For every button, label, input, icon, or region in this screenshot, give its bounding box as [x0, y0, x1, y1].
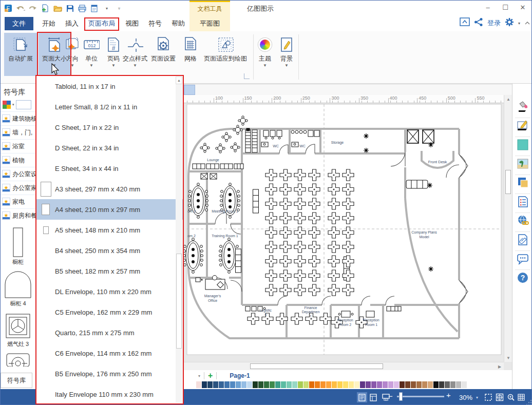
units-dropdown-arrow[interactable]: ▼	[81, 63, 102, 68]
floor-plan-drawing[interactable]: Lounge WC WC Storage Front Desk om 2 Mee…	[184, 103, 504, 362]
comment-icon[interactable]	[517, 253, 529, 265]
color-swatch[interactable]	[445, 381, 450, 388]
color-swatch[interactable]	[360, 381, 365, 388]
color-swatch[interactable]	[354, 381, 359, 388]
page-size-option[interactable]: DL Envelope, 110 mm x 220 mm	[36, 281, 183, 302]
color-swatch[interactable]	[462, 381, 467, 388]
document-tab-fragment[interactable]	[184, 85, 195, 95]
scroll-right-arrow[interactable]: ▶	[496, 362, 504, 371]
color-swatch[interactable]	[422, 381, 427, 388]
color-swatch[interactable]	[439, 381, 444, 388]
color-swatch[interactable]	[371, 381, 376, 388]
page-size-option[interactable]: B4 sheet, 250 mm x 354 mm	[36, 240, 183, 261]
intersection-style-button[interactable]: 交点样式 ▼	[122, 33, 148, 76]
theme-dropdown-arrow[interactable]: ▼	[255, 63, 275, 68]
shape-item-cabinet[interactable]: 橱柜	[1, 226, 35, 266]
minimize-button[interactable]: –	[479, 1, 497, 14]
hyperlink-icon[interactable]	[517, 215, 529, 227]
tab-view[interactable]: 视图	[122, 16, 142, 31]
color-swatch[interactable]	[326, 381, 331, 388]
library-dropdown-arrow-icon[interactable]: ▾	[12, 103, 14, 107]
shape-item-partial[interactable]	[1, 352, 35, 367]
share-icon[interactable]	[474, 17, 483, 29]
color-swatch[interactable]	[213, 381, 218, 388]
page-number-button[interactable]: # 页码 ▼	[103, 33, 124, 76]
color-swatch[interactable]	[315, 381, 320, 388]
tab-help[interactable]: 帮助	[168, 16, 188, 31]
pencil-icon[interactable]	[517, 120, 529, 132]
print-icon[interactable]	[78, 4, 87, 13]
color-swatch[interactable]	[388, 381, 393, 388]
scroll-up-arrow[interactable]: ▲	[504, 95, 512, 103]
library-cube-icon[interactable]	[3, 101, 11, 109]
page-size-option[interactable]: C5 Envelope, 162 mm x 229 mm	[36, 302, 183, 322]
settings-gear-icon[interactable]	[505, 17, 514, 29]
color-swatch[interactable]	[264, 381, 269, 388]
color-swatch[interactable]	[411, 381, 416, 388]
undo-icon[interactable]	[16, 4, 25, 13]
color-swatch[interactable]	[377, 381, 382, 388]
tab-symbols[interactable]: 符号	[145, 16, 165, 31]
zoom-in-button[interactable]: +	[446, 391, 451, 399]
symbol-category-item[interactable]: ★家电	[1, 195, 35, 208]
symbol-category-item[interactable]: ★办公室家	[1, 181, 35, 195]
close-button[interactable]: ✕	[514, 1, 531, 14]
color-swatch[interactable]	[281, 381, 286, 388]
color-swatch[interactable]	[298, 381, 303, 388]
color-swatch[interactable]	[275, 381, 280, 388]
symbol-category-item[interactable]: ★植物	[1, 153, 35, 167]
auto-expand-button[interactable]: 自动扩展	[4, 33, 37, 76]
add-page-button[interactable]: +	[208, 371, 213, 380]
tab-insert[interactable]: 插入	[62, 16, 82, 31]
intersection-style-dropdown-arrow[interactable]: ▼	[122, 63, 148, 68]
background-button[interactable]: 背景 ▼	[277, 33, 296, 76]
zoom-slider-knob[interactable]	[399, 392, 403, 401]
color-swatch[interactable]	[337, 381, 343, 388]
page-size-option[interactable]: E Sheet, 34 in x 44 in	[36, 158, 183, 179]
menu-scroll-thumb[interactable]	[176, 254, 182, 349]
symbol-library-bottom-tab[interactable]: 符号库	[1, 373, 32, 388]
picture-icon[interactable]	[517, 158, 529, 170]
color-swatch[interactable]	[456, 381, 461, 388]
fit-page-to-drawing-button[interactable]: 页面适应到绘图	[202, 33, 249, 76]
color-swatch[interactable]	[416, 381, 422, 388]
color-swatch[interactable]	[292, 381, 297, 388]
maximize-button[interactable]: ☐	[497, 1, 514, 14]
grid-button[interactable]: 网格	[180, 33, 201, 76]
color-swatch[interactable]	[343, 381, 348, 388]
fit-selection-icon[interactable]	[483, 392, 493, 402]
page-size-option[interactable]: C Sheet, 17 in x 22 in	[36, 117, 183, 138]
color-swatch[interactable]	[258, 381, 263, 388]
customize-toolbar-icon[interactable]: ▿	[115, 4, 124, 13]
page-size-option[interactable]: Italy Envelope 110 mm x 230 mm	[36, 384, 183, 404]
color-swatch[interactable]	[349, 381, 354, 388]
color-swatch[interactable]	[230, 381, 235, 388]
symbol-category-item[interactable]: ★办公室设	[1, 167, 35, 181]
settings-dropdown-arrow-icon[interactable]: ▾	[518, 21, 520, 26]
view-page-icon[interactable]	[368, 392, 378, 402]
open-folder-icon[interactable]	[53, 4, 62, 13]
page-size-option[interactable]: B5 Envelope, 176 mm x 250 mm	[36, 363, 183, 384]
page-size-option[interactable]: A5 sheet, 148 mm x 210 mm	[36, 220, 183, 240]
color-swatch[interactable]	[207, 381, 213, 388]
menu-scroll-up-arrow[interactable]: ▲	[176, 76, 182, 84]
background-dropdown-arrow[interactable]: ▼	[277, 63, 296, 68]
orientation-button[interactable]: 方向 ▼	[62, 33, 83, 76]
horizontal-scroll-thumb[interactable]	[250, 363, 383, 369]
color-swatch[interactable]	[253, 381, 258, 388]
shape-item-gas-stove-3[interactable]: 燃气灶 3	[1, 312, 35, 348]
color-swatch[interactable]	[405, 381, 410, 388]
units-button[interactable]: 012 单位 ▼	[81, 33, 102, 76]
new-file-icon[interactable]	[41, 4, 50, 13]
zoom-slider-track[interactable]	[397, 396, 444, 397]
tab-floor-plan[interactable]: 平面图	[189, 16, 230, 31]
toolbar-dropdown-arrow-icon[interactable]: ▾	[102, 4, 111, 13]
attachment-icon[interactable]	[517, 234, 529, 246]
color-swatch[interactable]	[247, 381, 252, 388]
zoom-area-icon[interactable]	[506, 392, 516, 402]
view-normal-icon[interactable]	[357, 392, 367, 402]
grid-toggle-icon[interactable]	[516, 392, 526, 402]
page-size-option[interactable]: Tabloid, 11 in x 17 in	[36, 76, 183, 97]
tab-page-layout[interactable]: 页面布局	[85, 16, 118, 31]
scroll-down-arrow[interactable]: ▼	[504, 354, 512, 362]
